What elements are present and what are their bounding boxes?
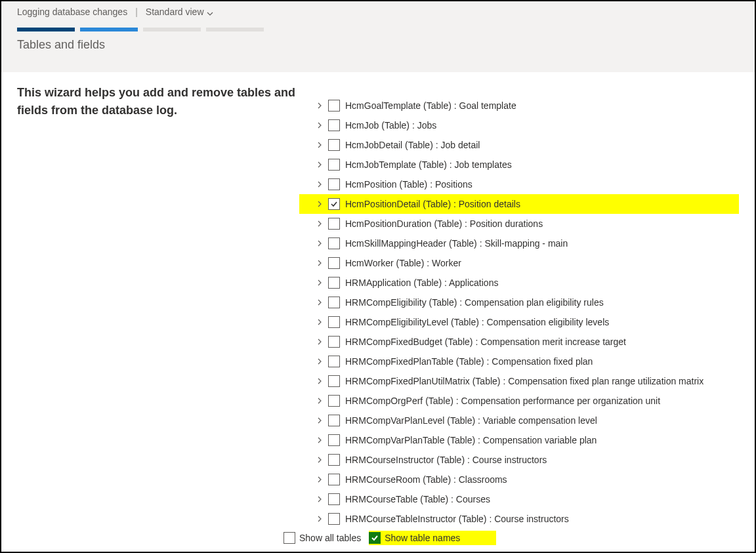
tree-label: HcmPosition (Table) : Positions	[345, 179, 472, 190]
tree-row[interactable]: HcmSkillMappingHeader (Table) : Skill-ma…	[299, 234, 739, 253]
expand-icon[interactable]	[316, 279, 323, 286]
expand-icon[interactable]	[316, 398, 323, 404]
expand-icon[interactable]	[316, 161, 323, 168]
wizard-title: Tables and fields	[17, 38, 739, 52]
breadcrumb: Logging database changes | Standard view	[17, 7, 739, 28]
tree-row[interactable]: HcmGoalTemplate (Table) : Goal template	[299, 96, 739, 115]
tree-checkbox[interactable]	[328, 159, 340, 171]
tree-label: HRMCompVarPlanTable (Table) : Compensati…	[345, 435, 597, 445]
tree-row[interactable]: HcmPositionDuration (Table) : Position d…	[299, 214, 739, 234]
tree-checkbox[interactable]	[328, 119, 340, 131]
show-table-names-checkbox[interactable]	[369, 532, 381, 544]
tree-label: HRMApplication (Table) : Applications	[345, 277, 498, 288]
tree-row[interactable]: HcmJobTemplate (Table) : Job templates	[299, 155, 739, 174]
tree-label: HRMCompOrgPerf (Table) : Compensation pe…	[345, 396, 660, 406]
tree-checkbox[interactable]	[328, 493, 340, 505]
expand-icon[interactable]	[316, 437, 323, 443]
expand-icon[interactable]	[316, 476, 323, 483]
tree-checkbox[interactable]	[328, 100, 340, 112]
show-table-names-label: Show table names	[385, 533, 460, 543]
tree-label: HcmPositionDetail (Table) : Position det…	[345, 199, 520, 209]
chevron-down-icon	[207, 9, 213, 15]
tree-row[interactable]: HRMCourseInstructor (Table) : Course ins…	[299, 450, 739, 470]
tree-row[interactable]: HcmPositionDetail (Table) : Position det…	[299, 194, 739, 214]
tree-row[interactable]: HRMCompOrgPerf (Table) : Compensation pe…	[299, 391, 739, 411]
show-all-tables-label: Show all tables	[299, 533, 361, 543]
tree-row[interactable]: HRMCourseTableInstructor (Table) : Cours…	[299, 509, 739, 529]
tree-row[interactable]: HRMCompEligibilityLevel (Table) : Compen…	[299, 312, 739, 332]
tree-checkbox[interactable]	[328, 454, 340, 466]
tree-checkbox[interactable]	[328, 277, 340, 289]
expand-icon[interactable]	[316, 457, 323, 463]
tree-checkbox[interactable]	[328, 356, 340, 367]
tree-label: HcmSkillMappingHeader (Table) : Skill-ma…	[345, 238, 568, 249]
tree-row[interactable]: HRMCompFixedPlanUtilMatrix (Table) : Com…	[299, 371, 739, 391]
tree-row[interactable]: HRMCourseRoom (Table) : Classrooms	[299, 470, 739, 489]
tree-checkbox[interactable]	[328, 395, 340, 407]
tree-checkbox[interactable]	[328, 139, 340, 151]
expand-icon[interactable]	[316, 299, 323, 306]
right-panel: HcmGoalTemplate (Table) : Goal templateH…	[299, 84, 739, 529]
tree-label: HRMCompFixedPlanUtilMatrix (Table) : Com…	[345, 376, 704, 386]
expand-icon[interactable]	[316, 516, 323, 522]
tree-checkbox[interactable]	[328, 198, 340, 210]
tree-row[interactable]: HRMCompEligibility (Table) : Compensatio…	[299, 293, 739, 312]
tree-label: HRMCompFixedBudget (Table) : Compensatio…	[345, 337, 626, 347]
expand-icon[interactable]	[316, 201, 323, 207]
tree-row[interactable]: HcmJob (Table) : Jobs	[299, 115, 739, 135]
tree-checkbox[interactable]	[328, 375, 340, 387]
wizard-intro: This wizard helps you add and remove tab…	[17, 84, 299, 119]
tree-label: HRMCourseRoom (Table) : Classrooms	[345, 474, 507, 485]
tree-checkbox[interactable]	[328, 434, 340, 446]
expand-icon[interactable]	[316, 240, 323, 247]
expand-icon[interactable]	[316, 122, 323, 129]
tree-row[interactable]: HRMApplication (Table) : Applications	[299, 273, 739, 293]
tree-label: HRMCompFixedPlanTable (Table) : Compensa…	[345, 356, 593, 367]
tree-checkbox[interactable]	[328, 237, 340, 249]
tree-checkbox[interactable]	[328, 474, 340, 485]
expand-icon[interactable]	[316, 102, 323, 109]
tree-label: HcmWorker (Table) : Worker	[345, 258, 461, 268]
progress-step-2	[80, 28, 138, 31]
tree-checkbox[interactable]	[328, 336, 340, 348]
show-table-names-control[interactable]: Show table names	[369, 531, 496, 545]
progress-bar	[17, 28, 739, 31]
tree-checkbox[interactable]	[328, 316, 340, 328]
expand-icon[interactable]	[316, 338, 323, 345]
expand-icon[interactable]	[316, 220, 323, 227]
tree-row[interactable]: HRMCompFixedBudget (Table) : Compensatio…	[299, 332, 739, 352]
tree-row[interactable]: HcmJobDetail (Table) : Job detail	[299, 135, 739, 155]
tree-label: HRMCompEligibilityLevel (Table) : Compen…	[345, 317, 609, 327]
tree-label: HRMCourseInstructor (Table) : Course ins…	[345, 455, 547, 465]
tree-checkbox[interactable]	[328, 218, 340, 230]
progress-step-4	[206, 28, 264, 31]
expand-icon[interactable]	[316, 142, 323, 148]
tree-row[interactable]: HRMCompVarPlanLevel (Table) : Variable c…	[299, 411, 739, 430]
tree-row[interactable]: HcmWorker (Table) : Worker	[299, 253, 739, 273]
bottom-controls: Show all tables Show table names	[284, 531, 496, 545]
show-all-tables-checkbox[interactable]	[284, 532, 295, 544]
expand-icon[interactable]	[316, 319, 323, 325]
view-dropdown[interactable]: Standard view	[146, 7, 213, 17]
show-all-tables-control[interactable]: Show all tables	[284, 532, 361, 544]
tree-checkbox[interactable]	[328, 415, 340, 426]
expand-icon[interactable]	[316, 358, 323, 365]
expand-icon[interactable]	[316, 417, 323, 424]
tree-row[interactable]: HRMCompFixedPlanTable (Table) : Compensa…	[299, 352, 739, 371]
tree-row[interactable]: HRMCourseTable (Table) : Courses	[299, 489, 739, 509]
tree-checkbox[interactable]	[328, 257, 340, 269]
tree-label: HcmJobDetail (Table) : Job detail	[345, 140, 480, 150]
tree-label: HcmGoalTemplate (Table) : Goal template	[345, 100, 516, 111]
tree-label: HcmJob (Table) : Jobs	[345, 120, 436, 131]
expand-icon[interactable]	[316, 496, 323, 502]
tree-checkbox[interactable]	[328, 297, 340, 308]
expand-icon[interactable]	[316, 181, 323, 188]
expand-icon[interactable]	[316, 260, 323, 266]
tree-checkbox[interactable]	[328, 178, 340, 190]
tree-checkbox[interactable]	[328, 513, 340, 525]
expand-icon[interactable]	[316, 378, 323, 384]
progress-step-1	[17, 28, 75, 31]
tree-row[interactable]: HRMCompVarPlanTable (Table) : Compensati…	[299, 430, 739, 450]
tree-label: HcmPositionDuration (Table) : Position d…	[345, 218, 543, 229]
tree-row[interactable]: HcmPosition (Table) : Positions	[299, 174, 739, 194]
